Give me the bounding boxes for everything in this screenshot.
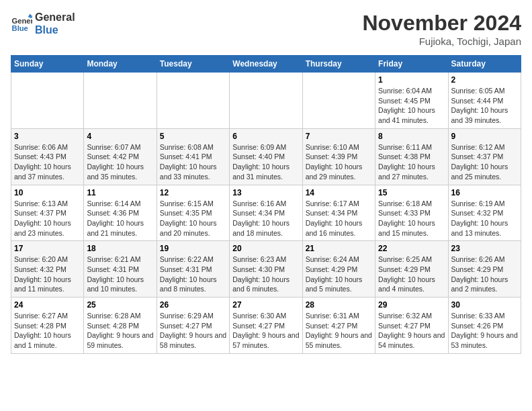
- day-info: Sunrise: 6:08 AM Sunset: 4:41 PM Dayligh…: [160, 142, 226, 182]
- calendar-cell: 18Sunrise: 6:21 AM Sunset: 4:31 PM Dayli…: [84, 241, 157, 298]
- calendar-cell: 19Sunrise: 6:22 AM Sunset: 4:31 PM Dayli…: [157, 241, 229, 298]
- weekday-header: Monday: [84, 56, 157, 73]
- day-info: Sunrise: 6:27 AM Sunset: 4:28 PM Dayligh…: [14, 311, 81, 351]
- day-number: 18: [87, 244, 153, 253]
- calendar-cell: 26Sunrise: 6:29 AM Sunset: 4:27 PM Dayli…: [157, 298, 229, 354]
- day-info: Sunrise: 6:10 AM Sunset: 4:39 PM Dayligh…: [306, 142, 372, 182]
- calendar-cell: 28Sunrise: 6:31 AM Sunset: 4:27 PM Dayli…: [302, 298, 375, 354]
- day-info: Sunrise: 6:30 AM Sunset: 4:27 PM Dayligh…: [232, 311, 299, 351]
- day-info: Sunrise: 6:21 AM Sunset: 4:31 PM Dayligh…: [87, 255, 153, 294]
- day-info: Sunrise: 6:22 AM Sunset: 4:31 PM Dayligh…: [160, 255, 226, 294]
- calendar-cell: 25Sunrise: 6:28 AM Sunset: 4:28 PM Dayli…: [84, 298, 157, 354]
- day-info: Sunrise: 6:18 AM Sunset: 4:33 PM Dayligh…: [378, 199, 445, 238]
- calendar-cell: 5Sunrise: 6:08 AM Sunset: 4:41 PM Daylig…: [157, 128, 229, 185]
- day-info: Sunrise: 6:05 AM Sunset: 4:44 PM Dayligh…: [451, 86, 518, 126]
- title-block: November 2024 Fujioka, Tochigi, Japan: [362, 11, 521, 47]
- logo: General Blue General Blue: [11, 11, 75, 36]
- calendar-cell: 9Sunrise: 6:12 AM Sunset: 4:37 PM Daylig…: [448, 128, 521, 185]
- calendar-cell: 27Sunrise: 6:30 AM Sunset: 4:27 PM Dayli…: [230, 298, 302, 354]
- day-number: 27: [232, 300, 299, 310]
- day-number: 17: [14, 244, 81, 253]
- day-info: Sunrise: 6:11 AM Sunset: 4:38 PM Dayligh…: [378, 142, 445, 182]
- calendar-cell: 17Sunrise: 6:20 AM Sunset: 4:32 PM Dayli…: [11, 241, 84, 298]
- day-info: Sunrise: 6:14 AM Sunset: 4:36 PM Dayligh…: [87, 199, 153, 238]
- weekday-header-row: SundayMondayTuesdayWednesdayThursdayFrid…: [11, 56, 521, 73]
- day-info: Sunrise: 6:32 AM Sunset: 4:27 PM Dayligh…: [378, 311, 445, 351]
- day-number: 13: [232, 188, 299, 197]
- calendar-week-row: 10Sunrise: 6:13 AM Sunset: 4:37 PM Dayli…: [11, 185, 521, 241]
- weekday-header: Wednesday: [230, 56, 302, 73]
- day-number: 14: [306, 188, 372, 197]
- calendar-cell: 10Sunrise: 6:13 AM Sunset: 4:37 PM Dayli…: [11, 185, 84, 241]
- calendar-cell: 23Sunrise: 6:26 AM Sunset: 4:29 PM Dayli…: [448, 241, 521, 298]
- day-number: 12: [160, 188, 226, 197]
- month-title: November 2024: [362, 11, 521, 36]
- day-info: Sunrise: 6:13 AM Sunset: 4:37 PM Dayligh…: [14, 199, 81, 238]
- day-number: 20: [232, 244, 299, 253]
- day-number: 2: [451, 75, 518, 85]
- calendar-cell: 3Sunrise: 6:06 AM Sunset: 4:43 PM Daylig…: [11, 128, 84, 185]
- day-info: Sunrise: 6:33 AM Sunset: 4:26 PM Dayligh…: [451, 311, 518, 351]
- logo-icon: General Blue: [11, 13, 32, 34]
- day-info: Sunrise: 6:24 AM Sunset: 4:29 PM Dayligh…: [306, 255, 372, 294]
- calendar-week-row: 24Sunrise: 6:27 AM Sunset: 4:28 PM Dayli…: [11, 298, 521, 354]
- calendar-cell: 14Sunrise: 6:17 AM Sunset: 4:34 PM Dayli…: [302, 185, 375, 241]
- calendar-cell: 20Sunrise: 6:23 AM Sunset: 4:30 PM Dayli…: [230, 241, 302, 298]
- day-info: Sunrise: 6:06 AM Sunset: 4:43 PM Dayligh…: [14, 142, 81, 182]
- calendar-cell: 30Sunrise: 6:33 AM Sunset: 4:26 PM Dayli…: [448, 298, 521, 354]
- day-number: 25: [87, 300, 153, 310]
- day-info: Sunrise: 6:09 AM Sunset: 4:40 PM Dayligh…: [232, 142, 299, 182]
- calendar-cell: [11, 73, 84, 129]
- calendar-cell: 4Sunrise: 6:07 AM Sunset: 4:42 PM Daylig…: [84, 128, 157, 185]
- calendar-cell: 6Sunrise: 6:09 AM Sunset: 4:40 PM Daylig…: [230, 128, 302, 185]
- day-number: 19: [160, 244, 226, 253]
- day-number: 10: [14, 188, 81, 197]
- day-number: 3: [14, 132, 81, 141]
- location: Fujioka, Tochigi, Japan: [362, 36, 521, 47]
- day-info: Sunrise: 6:20 AM Sunset: 4:32 PM Dayligh…: [14, 255, 81, 294]
- weekday-header: Thursday: [302, 56, 375, 73]
- calendar-cell: 12Sunrise: 6:15 AM Sunset: 4:35 PM Dayli…: [157, 185, 229, 241]
- calendar-week-row: 17Sunrise: 6:20 AM Sunset: 4:32 PM Dayli…: [11, 241, 521, 298]
- day-number: 5: [160, 132, 226, 141]
- day-number: 21: [306, 244, 372, 253]
- calendar-cell: 7Sunrise: 6:10 AM Sunset: 4:39 PM Daylig…: [302, 128, 375, 185]
- day-info: Sunrise: 6:04 AM Sunset: 4:45 PM Dayligh…: [378, 86, 445, 126]
- day-number: 8: [378, 132, 445, 141]
- calendar-cell: [157, 73, 229, 129]
- day-number: 6: [232, 132, 299, 141]
- calendar-cell: 21Sunrise: 6:24 AM Sunset: 4:29 PM Dayli…: [302, 241, 375, 298]
- logo-line2: Blue: [35, 24, 75, 36]
- day-info: Sunrise: 6:16 AM Sunset: 4:34 PM Dayligh…: [232, 199, 299, 238]
- calendar-cell: 2Sunrise: 6:05 AM Sunset: 4:44 PM Daylig…: [448, 73, 521, 129]
- calendar-cell: 8Sunrise: 6:11 AM Sunset: 4:38 PM Daylig…: [375, 128, 448, 185]
- page-header: General Blue General Blue November 2024 …: [11, 11, 521, 47]
- calendar-cell: 15Sunrise: 6:18 AM Sunset: 4:33 PM Dayli…: [375, 185, 448, 241]
- day-number: 29: [378, 300, 445, 310]
- calendar-cell: 22Sunrise: 6:25 AM Sunset: 4:29 PM Dayli…: [375, 241, 448, 298]
- day-number: 28: [306, 300, 372, 310]
- day-info: Sunrise: 6:15 AM Sunset: 4:35 PM Dayligh…: [160, 199, 226, 238]
- calendar-cell: [230, 73, 302, 129]
- day-info: Sunrise: 6:25 AM Sunset: 4:29 PM Dayligh…: [378, 255, 445, 294]
- day-number: 23: [451, 244, 518, 253]
- calendar-cell: 11Sunrise: 6:14 AM Sunset: 4:36 PM Dayli…: [84, 185, 157, 241]
- day-number: 9: [451, 132, 518, 141]
- calendar-cell: 13Sunrise: 6:16 AM Sunset: 4:34 PM Dayli…: [230, 185, 302, 241]
- day-number: 26: [160, 300, 226, 310]
- calendar-cell: [84, 73, 157, 129]
- calendar-cell: 24Sunrise: 6:27 AM Sunset: 4:28 PM Dayli…: [11, 298, 84, 354]
- calendar-cell: [302, 73, 375, 129]
- calendar-cell: 1Sunrise: 6:04 AM Sunset: 4:45 PM Daylig…: [375, 73, 448, 129]
- day-info: Sunrise: 6:17 AM Sunset: 4:34 PM Dayligh…: [306, 199, 372, 238]
- calendar: SundayMondayTuesdayWednesdayThursdayFrid…: [11, 55, 521, 354]
- day-number: 15: [378, 188, 445, 197]
- weekday-header: Sunday: [11, 56, 84, 73]
- day-info: Sunrise: 6:26 AM Sunset: 4:29 PM Dayligh…: [451, 255, 518, 294]
- calendar-week-row: 3Sunrise: 6:06 AM Sunset: 4:43 PM Daylig…: [11, 128, 521, 185]
- day-number: 22: [378, 244, 445, 253]
- day-number: 7: [306, 132, 372, 141]
- calendar-cell: 29Sunrise: 6:32 AM Sunset: 4:27 PM Dayli…: [375, 298, 448, 354]
- weekday-header: Saturday: [448, 56, 521, 73]
- day-number: 1: [378, 75, 445, 85]
